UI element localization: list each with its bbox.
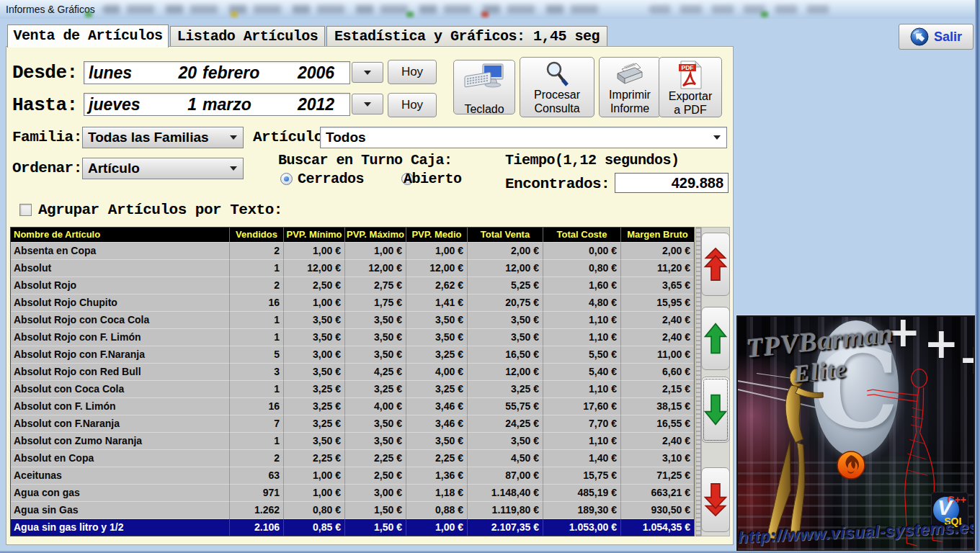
value-cell: 16,55 € bbox=[621, 415, 694, 432]
value-cell: 2,62 € bbox=[406, 276, 468, 294]
tab-listado-articulos[interactable]: Listado Artículos bbox=[170, 26, 325, 47]
value-cell: 38,15 € bbox=[621, 397, 694, 415]
value-cell: 2 bbox=[230, 242, 284, 259]
value-cell: 3,65 € bbox=[621, 276, 694, 294]
value-cell: 1,41 € bbox=[406, 294, 468, 311]
ordenar-select[interactable]: Artículo bbox=[82, 158, 244, 179]
value-cell: 1,00 € bbox=[406, 518, 468, 536]
value-cell: 1,50 € bbox=[345, 501, 406, 518]
desde-today-button[interactable]: Hoy bbox=[388, 60, 437, 84]
article-name-cell: Absolut en Copa bbox=[11, 449, 230, 467]
svg-text:PDF: PDF bbox=[682, 64, 694, 71]
scroll-up-button[interactable] bbox=[701, 307, 730, 370]
value-cell: 1,00 € bbox=[406, 242, 468, 259]
value-cell: 189,30 € bbox=[543, 501, 621, 518]
value-cell: 7,70 € bbox=[543, 415, 621, 432]
article-name-cell: Agua sin gas litro y 1/2 bbox=[11, 518, 230, 536]
article-name-cell: Absolut con Zumo Naranja bbox=[11, 432, 230, 449]
hasta-date-input[interactable]: jueves1marzo2012 bbox=[84, 93, 350, 116]
value-cell: 1,10 € bbox=[543, 328, 621, 346]
value-cell: 2,50 € bbox=[284, 276, 345, 294]
value-cell: 5 bbox=[230, 346, 284, 363]
chevron-down-icon bbox=[364, 71, 371, 75]
value-cell: 55,75 € bbox=[468, 397, 543, 415]
articulo-select[interactable]: Todos bbox=[320, 127, 727, 148]
value-cell: 7 bbox=[230, 415, 284, 432]
table-row[interactable]: Absolut con F.Naranja73,25 €3,50 €3,46 €… bbox=[11, 415, 694, 432]
table-row[interactable]: Absolut Rojo Chupito161,00 €1,75 €1,41 €… bbox=[11, 294, 694, 311]
table-scrollbar[interactable] bbox=[695, 227, 701, 536]
value-cell: 1,10 € bbox=[543, 432, 621, 449]
value-cell: 2,40 € bbox=[621, 328, 694, 346]
export-pdf-label-2: a PDF bbox=[674, 103, 706, 117]
tab-estadistica-graficos[interactable]: Estadística y Gráficos: 1,45 seg bbox=[326, 26, 607, 47]
familia-value: Todas las Familias bbox=[88, 130, 230, 145]
scroll-down-button[interactable] bbox=[701, 377, 730, 443]
article-name-cell: Absolut con Coca Cola bbox=[11, 380, 230, 397]
hasta-month: marzo bbox=[202, 95, 288, 114]
hasta-label: Hasta: bbox=[12, 94, 78, 116]
encontrados-field: 429.888 bbox=[615, 173, 729, 193]
familia-select[interactable]: Todas las Familias bbox=[82, 127, 244, 148]
value-cell: 3,00 € bbox=[345, 484, 406, 501]
value-cell: 485,19 € bbox=[543, 484, 621, 501]
article-name-cell: Absenta en Copa bbox=[11, 242, 230, 259]
blur-speck bbox=[481, 12, 489, 17]
chevron-down-icon bbox=[230, 135, 237, 140]
hasta-dow: jueves bbox=[89, 95, 164, 114]
table-row[interactable]: Absolut Rojo con Coca Cola13,50 €3,50 €3… bbox=[11, 311, 694, 328]
process-query-label-1: Procesar bbox=[534, 88, 580, 102]
table-row[interactable]: Absolut112,00 €12,00 €12,00 €12,00 €0,80… bbox=[11, 259, 694, 276]
column-header[interactable]: Nombre de Artículo bbox=[11, 228, 230, 242]
table-row[interactable]: Agua sin gas litro y 1/22.1060,85 €1,50 … bbox=[11, 518, 694, 536]
table-row[interactable]: Agua sin Gas1.2620,80 €1,50 €0,88 €1.119… bbox=[11, 501, 694, 518]
table-row[interactable]: Absolut Rojo con F.Naranja53,00 €3,50 €3… bbox=[11, 346, 694, 363]
table-row[interactable]: Absolut Rojo con Red Bull33,50 €4,25 €4,… bbox=[11, 363, 694, 380]
value-cell: 1 bbox=[230, 380, 284, 397]
hasta-calendar-dropdown-button[interactable] bbox=[352, 94, 383, 114]
agrupar-checkbox[interactable] bbox=[19, 204, 32, 216]
value-cell: 1 bbox=[230, 432, 284, 449]
radio-cerrados[interactable] bbox=[280, 173, 293, 185]
exit-button[interactable]: Salir bbox=[899, 24, 974, 50]
column-header[interactable]: Margen Bruto bbox=[621, 228, 694, 242]
value-cell: 4,80 € bbox=[543, 294, 621, 311]
value-cell: 3,50 € bbox=[406, 311, 468, 328]
column-header[interactable]: PVP. Medio bbox=[406, 228, 468, 242]
column-header[interactable]: Vendidos bbox=[230, 228, 284, 242]
value-cell: 3,50 € bbox=[345, 311, 406, 328]
table-row[interactable]: Aceitunas631,00 €2,50 €1,36 €87,00 €15,7… bbox=[11, 467, 694, 484]
keyboard-button-label: Teclado bbox=[464, 102, 504, 116]
scroll-last-button[interactable] bbox=[701, 467, 730, 532]
value-cell: 4,50 € bbox=[468, 449, 543, 467]
desde-calendar-dropdown-button[interactable] bbox=[352, 62, 383, 83]
process-query-button[interactable]: Procesar Consulta bbox=[520, 57, 594, 117]
column-header[interactable]: Total Venta bbox=[468, 228, 543, 242]
value-cell: 15,95 € bbox=[621, 294, 694, 311]
value-cell: 2,25 € bbox=[345, 449, 406, 467]
desde-date-input[interactable]: lunes20febrero2006 bbox=[84, 61, 350, 84]
table-row[interactable]: Absenta en Copa21,00 €1,00 €1,00 €2,00 €… bbox=[11, 242, 694, 259]
value-cell: 2,40 € bbox=[621, 311, 694, 328]
table-row[interactable]: Absolut con F. Limón163,25 €4,00 €3,46 €… bbox=[11, 397, 694, 415]
value-cell: 24,25 € bbox=[468, 415, 543, 432]
hasta-today-button[interactable]: Hoy bbox=[388, 93, 437, 117]
table-row[interactable]: Absolut Rojo con F. Limón13,50 €3,50 €3,… bbox=[11, 328, 694, 346]
printer-icon bbox=[613, 60, 646, 88]
export-pdf-button[interactable]: PDF Exportar a PDF bbox=[659, 57, 722, 117]
table-row[interactable]: Absolut con Coca Cola13,25 €3,25 €3,25 €… bbox=[11, 380, 694, 397]
keyboard-button[interactable]: Teclado bbox=[453, 60, 515, 114]
scroll-first-button[interactable] bbox=[701, 233, 730, 296]
value-cell: 12,00 € bbox=[345, 259, 406, 276]
table-row[interactable]: Absolut con Zumo Naranja13,50 €3,50 €3,5… bbox=[11, 432, 694, 449]
value-cell: 3,50 € bbox=[284, 363, 345, 380]
column-header[interactable]: PVP. Mínimo bbox=[284, 228, 345, 242]
print-report-button[interactable]: Imprimir Informe bbox=[599, 57, 661, 117]
table-row[interactable]: Absolut en Copa22,25 €2,25 €2,25 €4,50 €… bbox=[11, 449, 694, 467]
column-header[interactable]: Total Coste bbox=[543, 228, 621, 242]
table-row[interactable]: Absolut Rojo22,50 €2,75 €2,62 €5,25 €1,6… bbox=[11, 276, 694, 294]
table-row[interactable]: Agua con gas9711,00 €3,00 €1,18 €1.148,4… bbox=[11, 484, 694, 501]
value-cell: 1,00 € bbox=[284, 467, 345, 484]
tab-venta-articulos[interactable]: Venta de Artículos bbox=[7, 24, 169, 48]
column-header[interactable]: PVP. Máximo bbox=[345, 228, 406, 242]
